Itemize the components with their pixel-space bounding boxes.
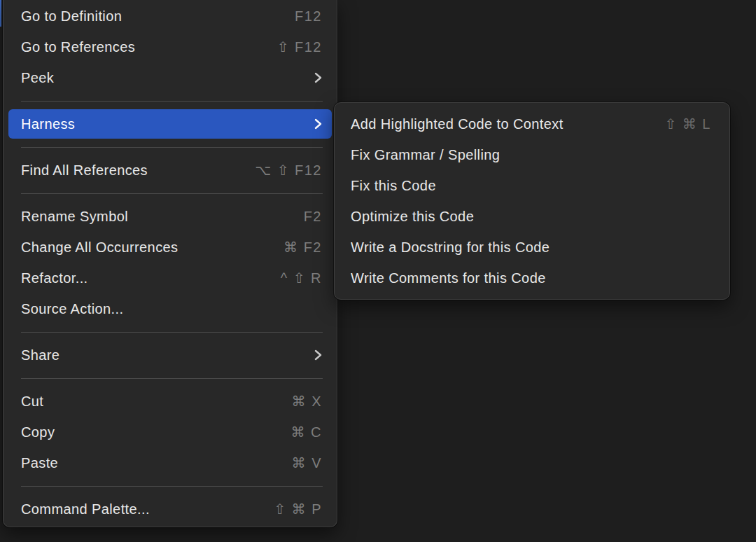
menu-item-label: Go to References [21,39,277,55]
menu-item-label: Go to Definition [21,8,295,25]
menu-item-shortcut: ⇧ F12 [277,39,322,55]
menu-item-cut[interactable]: Cut ⌘ X [4,386,337,417]
editor-selection-fragment [0,0,1,27]
menu-separator [4,478,337,494]
menu-item-change-all-occurrences[interactable]: Change All Occurrences ⌘ F2 [4,232,337,263]
submenu-item-write-comments-for-this-code[interactable]: Write Comments for this Code [335,263,729,293]
menu-item-label: Write Comments for this Code [351,270,711,286]
menu-item-refactor[interactable]: Refactor... ^ ⇧ R [4,263,337,293]
menu-item-label: Fix Grammar / Spelling [351,147,711,163]
menu-item-harness[interactable]: Harness [8,109,332,139]
menu-item-label: Cut [21,394,292,410]
menu-separator [4,370,337,386]
menu-item-shortcut: ⌥ ⇧ F12 [255,162,322,179]
menu-item-paste[interactable]: Paste ⌘ V [4,447,337,478]
menu-item-go-to-references[interactable]: Go to References ⇧ F12 [4,32,337,62]
menu-item-label: Change All Occurrences [21,239,284,256]
menu-item-shortcut: ⇧ ⌘ P [274,501,322,517]
menu-item-label: Share [21,347,306,363]
menu-item-rename-symbol[interactable]: Rename Symbol F2 [4,201,337,232]
menu-item-shortcut: ⌘ V [292,454,322,471]
menu-separator [4,324,337,340]
menu-item-shortcut: F2 [304,209,322,225]
menu-item-shortcut: ⌘ F2 [284,239,322,256]
menu-item-label: Add Highlighted Code to Context [351,116,665,132]
chevron-right-icon [314,118,322,130]
menu-item-label: Peek [21,70,306,86]
submenu-item-optimize-this-code[interactable]: Optimize this Code [335,201,729,232]
editor-context-menu: Go to Definition F12 Go to References ⇧ … [3,0,337,527]
screen: Go to Definition F12 Go to References ⇧ … [0,0,756,542]
menu-item-command-palette[interactable]: Command Palette... ⇧ ⌘ P [4,494,337,524]
menu-item-label: Rename Symbol [21,209,304,225]
menu-item-label: Fix this Code [351,178,711,194]
menu-item-shortcut: ⌘ X [292,393,322,410]
menu-item-label: Copy [21,424,291,440]
chevron-right-icon [314,72,322,83]
menu-item-label: Find All References [21,162,255,179]
menu-item-source-action[interactable]: Source Action... [4,293,337,324]
menu-item-label: Write a Docstring for this Code [351,239,711,256]
menu-item-find-all-references[interactable]: Find All References ⌥ ⇧ F12 [4,155,337,186]
menu-item-label: Paste [21,455,292,471]
menu-item-copy[interactable]: Copy ⌘ C [4,417,337,447]
harness-submenu: Add Highlighted Code to Context ⇧ ⌘ L Fi… [334,102,730,300]
submenu-item-fix-grammar-spelling[interactable]: Fix Grammar / Spelling [335,139,729,170]
submenu-item-add-highlighted-code-to-context[interactable]: Add Highlighted Code to Context ⇧ ⌘ L [335,109,729,139]
menu-separator [4,93,337,109]
menu-item-label: Refactor... [21,270,281,286]
menu-separator [4,186,337,201]
menu-item-label: Source Action... [21,301,322,317]
menu-item-label: Harness [21,116,306,132]
menu-item-share[interactable]: Share [4,340,337,370]
chevron-right-icon [314,349,322,361]
menu-item-shortcut: F12 [295,8,322,25]
menu-item-go-to-definition[interactable]: Go to Definition F12 [4,1,337,32]
menu-item-label: Command Palette... [21,501,274,517]
menu-item-shortcut: ⌘ C [291,424,323,440]
submenu-item-fix-this-code[interactable]: Fix this Code [335,170,729,201]
submenu-item-write-a-docstring-for-this-code[interactable]: Write a Docstring for this Code [335,232,729,263]
menu-item-peek[interactable]: Peek [4,62,337,93]
menu-separator [4,139,337,155]
menu-item-shortcut: ⇧ ⌘ L [665,116,712,132]
menu-item-label: Optimize this Code [351,209,711,225]
menu-item-shortcut: ^ ⇧ R [281,270,322,286]
